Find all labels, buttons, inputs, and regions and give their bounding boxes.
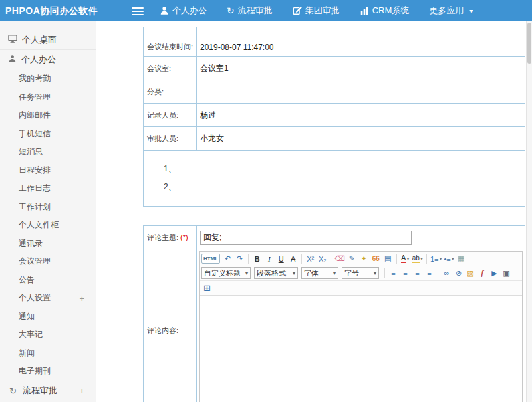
sidebar: 个人桌面 个人办公 − 我的考勤 任务管理 内部邮件 手机短信 短消息 日程安排…	[0, 21, 96, 402]
field-value: 会议室1	[197, 57, 525, 80]
menu-toggle-icon[interactable]	[132, 5, 144, 16]
expand-toggle[interactable]: +	[79, 386, 84, 396]
sidebar-item-personal-office[interactable]: 个人办公 −	[0, 50, 96, 70]
table-row: 记录人员: 杨过	[144, 103, 525, 126]
bold-icon[interactable]: B	[251, 253, 263, 264]
ordered-list-icon[interactable]: 1≡ ▾	[430, 253, 443, 264]
sidebar-item-task-management[interactable]: 任务管理	[0, 88, 96, 107]
nav-personal-office[interactable]: 个人办公	[160, 5, 207, 17]
media-icon[interactable]: ▶	[489, 268, 500, 279]
caret-down-icon: ▾	[333, 270, 336, 276]
align-center-icon[interactable]: ≡	[400, 268, 411, 279]
unordered-list-icon[interactable]: •≡ ▾	[443, 253, 454, 264]
sidebar-item-work-log[interactable]: 工作日志	[0, 179, 96, 198]
caret-down-icon: ▾	[245, 270, 248, 276]
sidebar-item-e-journal[interactable]: 电子期刊	[0, 362, 96, 381]
content-line: 1、	[164, 160, 525, 178]
sidebar-item-meeting-management[interactable]: 会议管理	[0, 252, 96, 271]
table-row: 评论内容: HTML ↶ ↷ B I U A X² X₂	[144, 249, 525, 402]
sidebar-item-news[interactable]: 新闻	[0, 344, 96, 363]
save-icon[interactable]: ▣	[501, 268, 512, 279]
sidebar-item-mobile-sms[interactable]: 手机短信	[0, 125, 96, 144]
sidebar-item-work-plan[interactable]: 工作计划	[0, 198, 96, 217]
nav-label: 集团审批	[305, 5, 340, 17]
vertical-scrollbar[interactable]	[526, 21, 532, 402]
insert-doc-icon[interactable]: ▦	[456, 253, 467, 264]
source-button[interactable]: HTML	[201, 254, 220, 264]
bar-chart-icon	[360, 6, 369, 15]
content-line: 2、	[164, 178, 525, 196]
edit-approve-icon	[293, 6, 302, 15]
table-row: 会议结束时间: 2019-08-07 11:47:00	[144, 37, 525, 56]
font-size-select[interactable]: 字号 ▾	[342, 267, 379, 279]
editor-content-area[interactable]	[200, 296, 522, 402]
field-value	[197, 80, 525, 103]
field-label: 会议室:	[144, 57, 197, 80]
paragraph-format-select[interactable]: 段落格式 ▾	[254, 267, 298, 279]
sidebar-item-memorabilia[interactable]: 大事记	[0, 326, 96, 344]
scrollbar-thumb[interactable]	[527, 23, 531, 64]
font-family-select[interactable]: 字体 ▾	[301, 267, 338, 279]
collapse-toggle[interactable]: −	[79, 55, 84, 65]
person-icon	[8, 54, 17, 65]
strikethrough-icon[interactable]: A	[287, 253, 299, 264]
sidebar-item-notification[interactable]: 通知	[0, 308, 96, 326]
redo-icon[interactable]: ↷	[234, 253, 245, 264]
sidebar-item-announcement[interactable]: 公告	[0, 271, 96, 290]
eraser-icon[interactable]: ⌫	[334, 253, 346, 264]
sidebar-item-internal-mail[interactable]: 内部邮件	[0, 106, 96, 125]
blockquote-icon[interactable]: 66	[370, 253, 382, 264]
italic-icon[interactable]: I	[263, 253, 275, 264]
table-row: 分类:	[144, 80, 525, 103]
nav-group-approval[interactable]: 集团审批	[293, 5, 340, 17]
sidebar-item-label: 流程审批	[23, 385, 57, 397]
nav-more-apps[interactable]: 更多应用 ▾	[429, 5, 473, 17]
subscript-icon[interactable]: X₂	[317, 253, 328, 264]
comment-subject-input[interactable]	[200, 231, 412, 245]
comment-form-table: 评论主题: (*) 评论内容: HTML ↶ ↷ B I U	[143, 225, 525, 402]
nav-label: 更多应用	[429, 5, 464, 17]
field-value: 杨过	[197, 104, 525, 126]
required-mark: (*)	[180, 233, 188, 241]
sidebar-item-attendance[interactable]: 我的考勤	[0, 70, 96, 88]
undo-icon[interactable]: ↶	[222, 253, 233, 264]
nav-flow-approval[interactable]: ↻ 流程审批	[227, 5, 273, 17]
nav-crm-system[interactable]: CRM系统	[360, 5, 410, 17]
highlight-color-icon[interactable]: ab ▾	[412, 253, 424, 264]
flow-cycle-icon: ↻	[8, 386, 18, 396]
sidebar-item-contacts[interactable]: 通讯录	[0, 235, 96, 253]
sidebar-item-personal-files[interactable]: 个人文件柜	[0, 216, 96, 235]
clipped-row	[144, 27, 525, 37]
sidebar-item-desktop[interactable]: 个人桌面	[0, 30, 96, 50]
superscript-icon[interactable]: X²	[305, 253, 316, 264]
underline-icon[interactable]: U	[275, 253, 287, 264]
clear-format-icon[interactable]: ✦	[358, 253, 370, 264]
table-icon[interactable]: ⊞	[201, 282, 213, 294]
editor-toolbar-row-2: 自定义标题 ▾ 段落格式 ▾ 字体 ▾ 字号 ▾	[200, 266, 522, 280]
format-brush-icon[interactable]: ✎	[346, 253, 358, 264]
align-left-icon[interactable]: ≡	[388, 268, 399, 279]
sidebar-item-flow-approval[interactable]: ↻ 流程审批 +	[0, 381, 96, 401]
flash-icon[interactable]: ƒ	[477, 268, 488, 279]
paste-text-icon[interactable]: ▤	[382, 253, 394, 264]
sidebar-item-personal-settings[interactable]: 个人设置 +	[0, 289, 96, 308]
topbar: PHPOA协同办公软件 个人办公 ↻ 流程审批 集团审批 CRM系统 更多应用	[0, 0, 532, 21]
expand-toggle[interactable]: +	[79, 293, 84, 303]
table-row: 会议室: 会议室1	[144, 56, 525, 80]
sidebar-item-short-message[interactable]: 短消息	[0, 143, 96, 161]
link-icon[interactable]: ∞	[441, 268, 452, 279]
caret-down-icon: ▾	[406, 256, 409, 262]
nav-label: 个人办公	[172, 5, 207, 17]
font-color-icon[interactable]: A ▾	[400, 253, 411, 264]
align-justify-icon[interactable]: ≡	[424, 268, 435, 279]
rich-text-editor: HTML ↶ ↷ B I U A X² X₂ ⌫ ✎ ✦	[199, 251, 523, 402]
sidebar-item-schedule[interactable]: 日程安排	[0, 161, 96, 180]
heading-select[interactable]: 自定义标题 ▾	[201, 267, 251, 279]
caret-down-icon: ▾	[420, 256, 423, 262]
desktop-icon	[8, 35, 17, 45]
unlink-icon[interactable]: ⊘	[453, 268, 464, 279]
person-icon	[160, 6, 169, 15]
caret-down-icon: ▾	[469, 7, 473, 15]
image-icon[interactable]: ▨	[465, 268, 476, 279]
align-right-icon[interactable]: ≡	[412, 268, 423, 279]
